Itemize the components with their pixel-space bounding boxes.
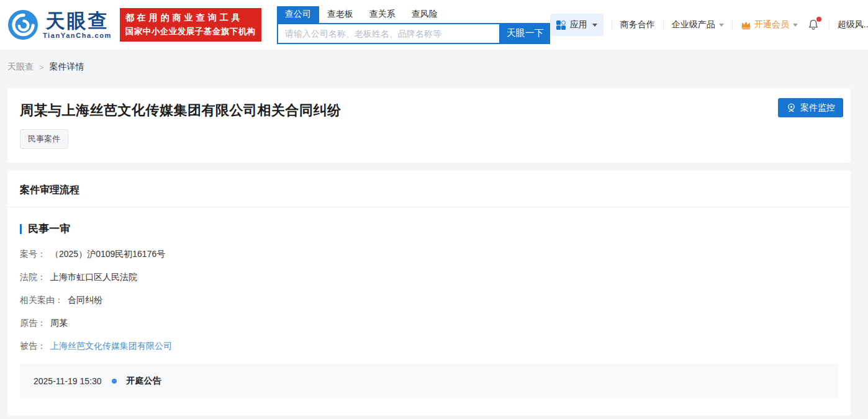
case-fields: 案号： （2025）沪0109民初16176号 法院： 上海市虹口区人民法院 相… xyxy=(20,249,836,352)
apps-label: 应用 xyxy=(570,19,587,30)
field-cause: 相关案由： 合同纠纷 xyxy=(20,295,836,306)
nav-divider xyxy=(663,20,664,29)
logo-domain: TianYanCha.com xyxy=(43,32,112,39)
chevron-down-icon xyxy=(592,24,597,27)
breadcrumb-home[interactable]: 天眼查 xyxy=(7,61,34,73)
case-title-card: 周某与上海丝芭文化传媒集团有限公司相关合同纠纷 民事案件 案件监控 xyxy=(7,88,851,163)
timeline-dot-icon xyxy=(112,379,117,384)
tab-search-relation[interactable]: 查关系 xyxy=(361,6,404,23)
tab-search-boss[interactable]: 查老板 xyxy=(319,6,361,23)
apps-menu-button[interactable]: 应用 xyxy=(550,14,604,36)
field-label: 原告： xyxy=(20,318,46,329)
chevron-down-icon xyxy=(793,24,798,27)
defendant-company-link[interactable]: 上海丝芭文化传媒集团有限公司 xyxy=(50,341,172,352)
apps-grid-icon xyxy=(556,20,566,30)
field-defendant: 被告： 上海丝芭文化传媒集团有限公司 xyxy=(20,341,836,352)
page-title: 周某与上海丝芭文化传媒集团有限公司相关合同纠纷 xyxy=(20,101,836,120)
nav-super-risk[interactable]: 超级风... xyxy=(838,19,868,30)
case-type-badge: 民事案件 xyxy=(20,129,68,149)
field-case-number: 案号： （2025）沪0109民初16176号 xyxy=(20,249,836,260)
nav-divider xyxy=(612,20,612,29)
field-label: 案号： xyxy=(20,249,46,260)
search-block: 查公司 查老板 查关系 查风险 天眼一下 xyxy=(277,6,550,44)
timeline-event: 开庭公告 xyxy=(127,376,161,387)
field-plaintiff: 原告： 周某 xyxy=(20,318,836,329)
promo-line-1: 都在用的商业查询工具 xyxy=(125,12,256,24)
site-logo[interactable]: 天眼查 TianYanCha.com xyxy=(7,9,112,40)
field-label: 法院： xyxy=(20,272,46,283)
crown-icon xyxy=(741,20,751,30)
notification-bell[interactable] xyxy=(807,19,820,31)
tianyancha-eye-icon xyxy=(7,9,38,40)
logo-text: 天眼查 TianYanCha.com xyxy=(43,11,112,39)
timeline-date: 2025-11-19 15:30 xyxy=(34,376,102,386)
breadcrumb-separator-icon: > xyxy=(39,63,44,72)
field-value: 合同纠纷 xyxy=(68,295,102,306)
search-tabs: 查公司 查老板 查关系 查风险 xyxy=(277,6,550,23)
chevron-down-icon xyxy=(719,24,724,27)
nav-enterprise-products[interactable]: 企业级产品 xyxy=(672,19,724,30)
breadcrumb-current: 案件详情 xyxy=(50,61,84,73)
section-title: 案件审理流程 xyxy=(20,184,836,197)
nav-divider xyxy=(732,20,733,29)
search-row: 天眼一下 xyxy=(277,23,550,44)
stage-title: 民事一审 xyxy=(20,222,836,236)
nav-divider xyxy=(829,20,830,29)
stage-civil-first-instance: 民事一审 案号： （2025）沪0109民初16176号 法院： 上海市虹口区人… xyxy=(7,207,851,352)
flow-header: 案件审理流程 xyxy=(7,171,851,207)
field-label: 被告： xyxy=(20,341,46,352)
enterprise-products-label: 企业级产品 xyxy=(672,19,715,30)
vip-label: 开通会员 xyxy=(754,19,789,30)
field-label: 相关案由： xyxy=(20,295,63,306)
monitor-camera-icon xyxy=(786,102,797,113)
header-nav: 应用 商务合作 企业级产品 开通会员 超级风... xyxy=(550,14,868,36)
nav-business-cooperation[interactable]: 商务合作 xyxy=(620,19,655,30)
promo-banner: 都在用的商业查询工具 国家中小企业发展子基金旗下机构 xyxy=(120,8,261,42)
case-monitor-button[interactable]: 案件监控 xyxy=(778,98,843,117)
case-flow-card: 案件审理流程 民事一审 案号： （2025）沪0109民初16176号 法院： … xyxy=(7,171,851,415)
field-value: 周某 xyxy=(50,318,68,329)
search-input[interactable] xyxy=(277,23,500,44)
stage-accent-bar xyxy=(20,224,22,234)
promo-line-2: 国家中小企业发展子基金旗下机构 xyxy=(125,26,256,37)
top-header: 天眼查 TianYanCha.com 都在用的商业查询工具 国家中小企业发展子基… xyxy=(0,0,868,50)
field-value: 上海市虹口区人民法院 xyxy=(50,272,137,283)
main-content: 天眼查 > 案件详情 周某与上海丝芭文化传媒集团有限公司相关合同纠纷 民事案件 … xyxy=(0,61,868,415)
super-risk-label: 超级风... xyxy=(838,19,868,30)
search-button[interactable]: 天眼一下 xyxy=(500,23,550,44)
logo-title: 天眼查 xyxy=(45,11,109,31)
field-court: 法院： 上海市虹口区人民法院 xyxy=(20,272,836,283)
nav-vip-upgrade[interactable]: 开通会员 xyxy=(741,19,798,30)
tab-search-company[interactable]: 查公司 xyxy=(277,6,319,23)
timeline-entry: 2025-11-19 15:30 开庭公告 xyxy=(20,364,838,399)
stage-title-label: 民事一审 xyxy=(28,222,70,236)
notification-dot xyxy=(816,17,821,22)
breadcrumb: 天眼查 > 案件详情 xyxy=(7,61,851,73)
case-monitor-label: 案件监控 xyxy=(800,102,835,114)
field-value: （2025）沪0109民初16176号 xyxy=(50,249,165,260)
tab-search-risk[interactable]: 查风险 xyxy=(404,6,446,23)
